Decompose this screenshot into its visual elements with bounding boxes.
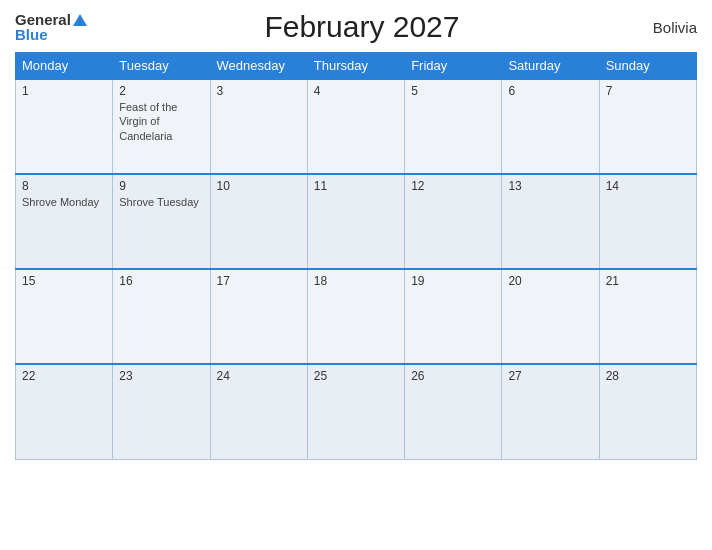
week-row-4: 22232425262728 bbox=[16, 364, 697, 459]
day-number-14: 14 bbox=[606, 179, 690, 193]
day-number-25: 25 bbox=[314, 369, 398, 383]
day-cell-10: 10 bbox=[210, 174, 307, 269]
logo-triangle-icon bbox=[73, 14, 87, 26]
day-number-2: 2 bbox=[119, 84, 203, 98]
country-label: Bolivia bbox=[637, 19, 697, 36]
day-cell-22: 22 bbox=[16, 364, 113, 459]
logo-blue-text: Blue bbox=[15, 27, 48, 42]
day-cell-25: 25 bbox=[307, 364, 404, 459]
day-cell-11: 11 bbox=[307, 174, 404, 269]
day-cell-1: 1 bbox=[16, 79, 113, 174]
day-cell-12: 12 bbox=[405, 174, 502, 269]
day-cell-6: 6 bbox=[502, 79, 599, 174]
day-number-22: 22 bbox=[22, 369, 106, 383]
day-cell-4: 4 bbox=[307, 79, 404, 174]
day-number-10: 10 bbox=[217, 179, 301, 193]
day-cell-9: 9Shrove Tuesday bbox=[113, 174, 210, 269]
day-number-7: 7 bbox=[606, 84, 690, 98]
day-number-23: 23 bbox=[119, 369, 203, 383]
day-number-8: 8 bbox=[22, 179, 106, 193]
day-cell-2: 2Feast of the Virgin of Candelaria bbox=[113, 79, 210, 174]
calendar-wrapper: General Blue February 2027 Bolivia Monda… bbox=[0, 0, 712, 550]
day-number-21: 21 bbox=[606, 274, 690, 288]
day-cell-23: 23 bbox=[113, 364, 210, 459]
day-cell-14: 14 bbox=[599, 174, 696, 269]
weekday-header-wednesday: Wednesday bbox=[210, 53, 307, 80]
day-number-11: 11 bbox=[314, 179, 398, 193]
day-number-5: 5 bbox=[411, 84, 495, 98]
day-number-6: 6 bbox=[508, 84, 592, 98]
day-number-18: 18 bbox=[314, 274, 398, 288]
day-cell-5: 5 bbox=[405, 79, 502, 174]
day-number-19: 19 bbox=[411, 274, 495, 288]
day-cell-8: 8Shrove Monday bbox=[16, 174, 113, 269]
weekday-header-row: MondayTuesdayWednesdayThursdayFridaySatu… bbox=[16, 53, 697, 80]
day-number-4: 4 bbox=[314, 84, 398, 98]
calendar-title: February 2027 bbox=[87, 10, 637, 44]
day-number-24: 24 bbox=[217, 369, 301, 383]
day-cell-27: 27 bbox=[502, 364, 599, 459]
day-cell-13: 13 bbox=[502, 174, 599, 269]
calendar-table: MondayTuesdayWednesdayThursdayFridaySatu… bbox=[15, 52, 697, 460]
event-label: Feast of the Virgin of Candelaria bbox=[119, 101, 177, 142]
weekday-header-tuesday: Tuesday bbox=[113, 53, 210, 80]
day-cell-18: 18 bbox=[307, 269, 404, 364]
weekday-header-friday: Friday bbox=[405, 53, 502, 80]
day-cell-20: 20 bbox=[502, 269, 599, 364]
day-cell-7: 7 bbox=[599, 79, 696, 174]
day-number-3: 3 bbox=[217, 84, 301, 98]
day-cell-21: 21 bbox=[599, 269, 696, 364]
day-number-28: 28 bbox=[606, 369, 690, 383]
day-number-26: 26 bbox=[411, 369, 495, 383]
week-row-3: 15161718192021 bbox=[16, 269, 697, 364]
weekday-header-monday: Monday bbox=[16, 53, 113, 80]
day-number-13: 13 bbox=[508, 179, 592, 193]
day-cell-26: 26 bbox=[405, 364, 502, 459]
day-cell-28: 28 bbox=[599, 364, 696, 459]
logo-general-text: General bbox=[15, 12, 71, 27]
weekday-header-sunday: Sunday bbox=[599, 53, 696, 80]
day-number-16: 16 bbox=[119, 274, 203, 288]
day-cell-19: 19 bbox=[405, 269, 502, 364]
day-cell-3: 3 bbox=[210, 79, 307, 174]
day-number-12: 12 bbox=[411, 179, 495, 193]
day-cell-15: 15 bbox=[16, 269, 113, 364]
day-number-27: 27 bbox=[508, 369, 592, 383]
day-number-9: 9 bbox=[119, 179, 203, 193]
weekday-header-saturday: Saturday bbox=[502, 53, 599, 80]
event-label: Shrove Monday bbox=[22, 196, 99, 208]
day-cell-17: 17 bbox=[210, 269, 307, 364]
event-label: Shrove Tuesday bbox=[119, 196, 199, 208]
weekday-header-thursday: Thursday bbox=[307, 53, 404, 80]
day-number-15: 15 bbox=[22, 274, 106, 288]
day-number-1: 1 bbox=[22, 84, 106, 98]
week-row-2: 8Shrove Monday9Shrove Tuesday1011121314 bbox=[16, 174, 697, 269]
week-row-1: 12Feast of the Virgin of Candelaria34567 bbox=[16, 79, 697, 174]
day-number-17: 17 bbox=[217, 274, 301, 288]
day-cell-24: 24 bbox=[210, 364, 307, 459]
day-number-20: 20 bbox=[508, 274, 592, 288]
logo: General Blue bbox=[15, 12, 87, 42]
calendar-header: General Blue February 2027 Bolivia bbox=[15, 10, 697, 44]
day-cell-16: 16 bbox=[113, 269, 210, 364]
